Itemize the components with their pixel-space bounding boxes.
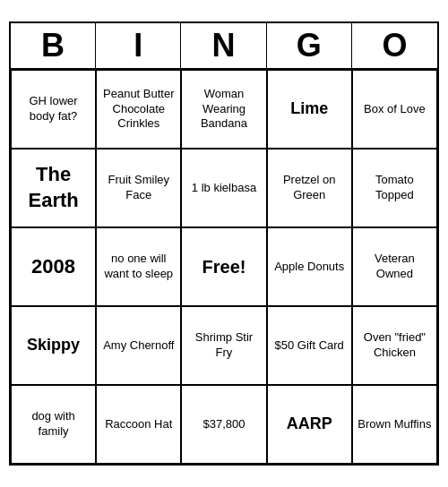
bingo-cell: Free! — [181, 227, 266, 306]
bingo-cell: Pretzel on Green — [267, 149, 352, 227]
bingo-header: BINGO — [11, 23, 437, 70]
bingo-cell: dog with family — [11, 385, 96, 464]
bingo-grid: GH lower body fat?Peanut Butter Chocolat… — [11, 70, 437, 464]
bingo-header-letter: G — [267, 23, 352, 68]
bingo-cell: GH lower body fat? — [11, 70, 96, 149]
bingo-card: BINGO GH lower body fat?Peanut Butter Ch… — [9, 21, 439, 466]
bingo-cell: Woman Wearing Bandana — [181, 70, 266, 149]
bingo-cell: Peanut Butter Chocolate Crinkles — [96, 70, 181, 149]
bingo-header-letter: B — [11, 23, 96, 68]
bingo-cell: The Earth — [11, 149, 96, 227]
bingo-cell: $50 Gift Card — [267, 306, 352, 385]
bingo-cell: Apple Donuts — [267, 227, 352, 306]
bingo-cell: $37,800 — [181, 385, 266, 464]
bingo-cell: Veteran Owned — [352, 227, 437, 306]
bingo-cell: Skippy — [11, 306, 96, 385]
bingo-header-letter: O — [352, 23, 437, 68]
bingo-cell: Raccoon Hat — [96, 385, 181, 464]
bingo-cell: Shrimp Stir Fry — [181, 306, 266, 385]
bingo-header-letter: N — [181, 23, 266, 68]
bingo-cell: no one will want to sleep — [96, 227, 181, 306]
bingo-cell: AARP — [267, 385, 352, 464]
bingo-cell: Brown Muffins — [352, 385, 437, 464]
bingo-cell: Tomato Topped — [352, 149, 437, 227]
bingo-cell: 1 lb kielbasa — [181, 149, 266, 227]
bingo-cell: Lime — [267, 70, 352, 149]
bingo-header-letter: I — [96, 23, 181, 68]
bingo-cell: Oven "fried" Chicken — [352, 306, 437, 385]
bingo-cell: 2008 — [11, 227, 96, 306]
bingo-cell: Amy Chernoff — [96, 306, 181, 385]
bingo-cell: Fruit Smiley Face — [96, 149, 181, 227]
bingo-cell: Box of Love — [352, 70, 437, 149]
